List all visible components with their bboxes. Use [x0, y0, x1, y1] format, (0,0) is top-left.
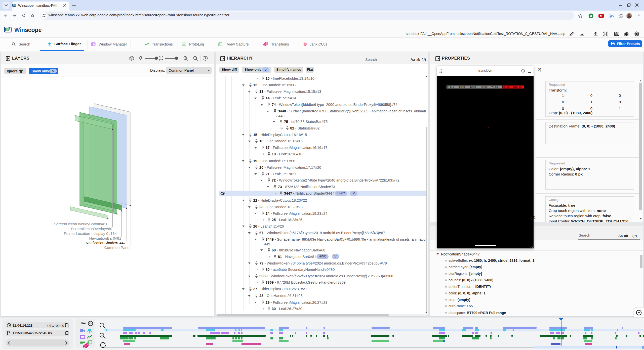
svg-text:NotificationShade#3447: NotificationShade#3447	[86, 241, 126, 245]
svg-text:ScreenDecorOverlay#60: ScreenDecorOverlay#60	[71, 227, 112, 231]
svg-text:NavigationBar0#81: NavigationBar0#81	[89, 236, 121, 240]
svg-text:PointerLocation - display 0#13: PointerLocation - display 0#134	[64, 231, 117, 236]
svg-text:ScreenDecorOverlayBottom#61: ScreenDecorOverlayBottom#61	[54, 222, 107, 226]
svg-text:Common Panel: Common Panel	[104, 245, 130, 250]
